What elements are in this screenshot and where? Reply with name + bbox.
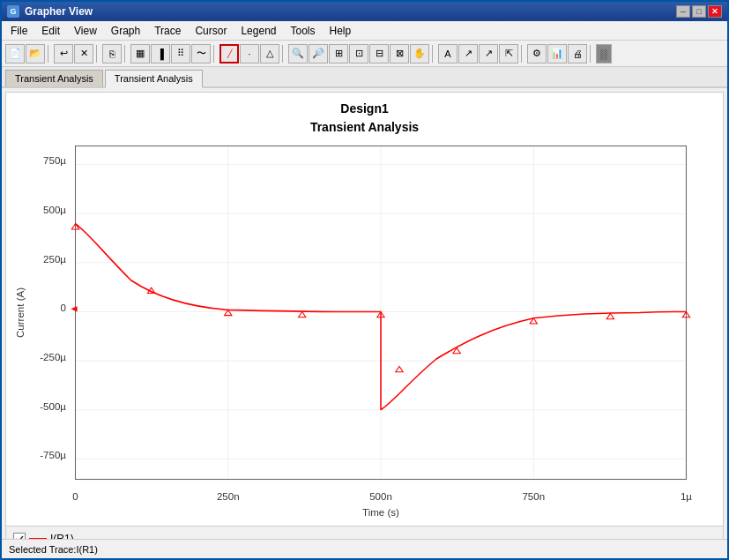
delete-button[interactable]: ✕ <box>74 44 93 63</box>
svg-text:750n: 750n <box>522 491 545 502</box>
svg-marker-33 <box>299 311 306 317</box>
svg-text:-750µ: -750µ <box>40 450 66 460</box>
menu-trace[interactable]: Trace <box>147 23 188 39</box>
scatter-button[interactable]: ⠿ <box>171 44 190 63</box>
new-button[interactable]: 📄 <box>5 44 25 63</box>
menu-tools[interactable]: Tools <box>283 23 322 39</box>
text-button[interactable]: A <box>438 44 457 63</box>
svg-text:0: 0 <box>72 491 78 502</box>
zoom-y-button[interactable]: ⊠ <box>390 44 409 63</box>
chart-container: Design1 Transient Analysis 750µ 500µ 250… <box>5 92 724 539</box>
sep8 <box>590 45 593 63</box>
line-button[interactable]: 〜 <box>191 44 211 63</box>
zoom-in-button[interactable]: 🔍 <box>288 44 308 63</box>
svg-text:250n: 250n <box>217 491 240 502</box>
minimize-button[interactable]: ─ <box>676 5 690 18</box>
zoom-x-button[interactable]: ⊟ <box>369 44 389 63</box>
cursor2-button[interactable]: ↗ <box>479 44 498 63</box>
triangle-button[interactable]: △ <box>260 44 279 63</box>
pan-button[interactable]: ✋ <box>410 44 429 63</box>
close-button[interactable]: ✕ <box>708 5 722 18</box>
chart-title: Design1 Transient Analysis <box>6 93 723 137</box>
svg-text:Current (A): Current (A) <box>15 287 26 338</box>
menu-file[interactable]: File <box>4 23 34 39</box>
window-title: Grapher View <box>25 5 93 18</box>
menu-help[interactable]: Help <box>323 23 359 39</box>
tab-transient-1[interactable]: Transient Analysis <box>5 70 103 86</box>
svg-text:1µ: 1µ <box>681 491 692 502</box>
menu-bar: File Edit View Graph Trace Cursor Legend… <box>2 21 727 41</box>
export-button[interactable]: 📊 <box>547 44 567 63</box>
menu-view[interactable]: View <box>67 23 104 39</box>
svg-text:250µ: 250µ <box>43 254 66 265</box>
legend-line-ir1 <box>29 538 47 540</box>
svg-marker-28 <box>71 306 77 311</box>
sep1 <box>48 45 51 63</box>
dots-button[interactable]: · <box>240 44 259 63</box>
main-window: G Grapher View ─ □ ✕ File Edit View Grap… <box>0 0 729 560</box>
sep5 <box>282 45 286 63</box>
title-bar-left: G Grapher View <box>7 5 93 18</box>
svg-text:-250µ: -250µ <box>40 352 66 362</box>
title-bar: G Grapher View ─ □ ✕ <box>2 2 727 21</box>
legend-item-ir1: I(R1) <box>13 533 74 540</box>
chart-svg: 750µ 500µ 250µ 0 -250µ -500µ -750µ Curre… <box>11 137 714 526</box>
sep6 <box>432 45 435 63</box>
color-button[interactable]: ░ <box>596 44 612 63</box>
menu-edit[interactable]: Edit <box>34 23 67 39</box>
sep2 <box>96 45 100 63</box>
maximize-button[interactable]: □ <box>692 5 706 18</box>
copy-button[interactable]: ⎘ <box>102 44 122 63</box>
window-controls: ─ □ ✕ <box>676 5 722 18</box>
main-content: Design1 Transient Analysis 750µ 500µ 250… <box>2 88 727 539</box>
status-text: Selected Trace:I(R1) <box>9 544 98 555</box>
tabs-bar: Transient Analysis Transient Analysis <box>2 67 727 88</box>
chart-area[interactable]: 750µ 500µ 250µ 0 -250µ -500µ -750µ Curre… <box>11 137 714 526</box>
legend-checkbox-ir1[interactable] <box>13 533 26 540</box>
menu-legend[interactable]: Legend <box>234 23 283 39</box>
zoom-fit-button[interactable]: ⊞ <box>329 44 348 63</box>
cursor3-button[interactable]: ⇱ <box>499 44 518 63</box>
legend-bar: I(R1) <box>6 526 723 539</box>
menu-graph[interactable]: Graph <box>104 23 147 39</box>
status-bar: Selected Trace:I(R1) <box>2 539 727 558</box>
cursor1-button[interactable]: ↗ <box>458 44 478 63</box>
app-icon: G <box>7 5 19 18</box>
menu-cursor[interactable]: Cursor <box>188 23 234 39</box>
svg-marker-38 <box>606 314 614 319</box>
svg-marker-35 <box>396 366 403 371</box>
svg-text:750µ: 750µ <box>43 156 66 167</box>
line-style-active[interactable]: ╱ <box>219 44 239 63</box>
sep7 <box>521 45 524 63</box>
svg-text:-500µ: -500µ <box>40 401 66 412</box>
zoom-out-button[interactable]: 🔎 <box>309 44 328 63</box>
tab-transient-2[interactable]: Transient Analysis <box>105 70 203 88</box>
svg-text:0: 0 <box>61 302 66 313</box>
toolbar: 📄 📂 ↩ ✕ ⎘ ▦ ▐ ⠿ 〜 ╱ · △ 🔍 🔎 ⊞ ⊡ ⊟ ⊠ ✋ A … <box>2 41 727 67</box>
svg-text:500µ: 500µ <box>43 205 66 215</box>
sep4 <box>213 45 217 63</box>
grid-button[interactable]: ▦ <box>130 44 150 63</box>
zoom-area-button[interactable]: ⊡ <box>349 44 368 63</box>
undo-button[interactable]: ↩ <box>54 44 73 63</box>
print-button[interactable]: 🖨 <box>568 44 587 63</box>
sep3 <box>124 45 128 63</box>
legend-label-ir1: I(R1) <box>50 533 74 540</box>
open-button[interactable]: 📂 <box>26 44 45 63</box>
props-button[interactable]: ⚙ <box>527 44 547 63</box>
svg-text:Time (s): Time (s) <box>362 508 399 519</box>
svg-text:500n: 500n <box>369 491 392 502</box>
bar-button[interactable]: ▐ <box>151 44 170 63</box>
